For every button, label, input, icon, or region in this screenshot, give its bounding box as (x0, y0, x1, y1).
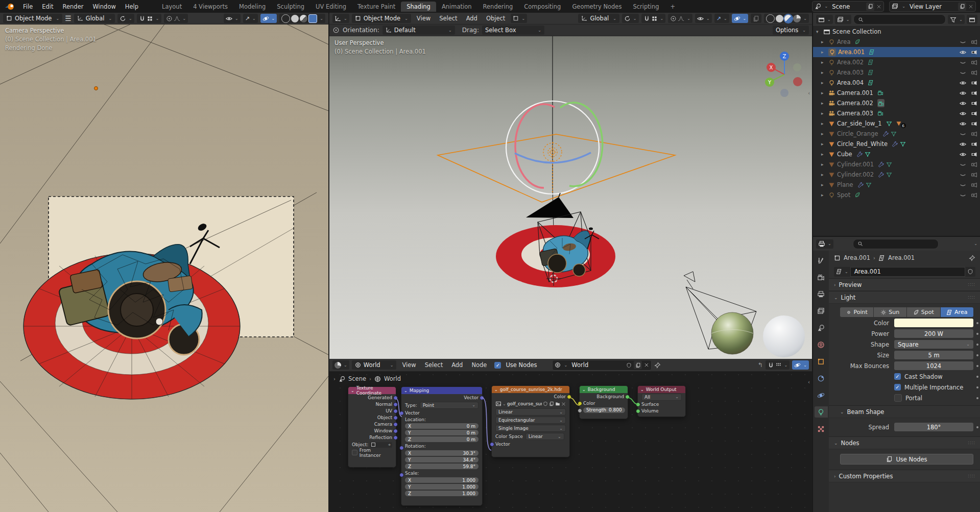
object-picker-field[interactable]: ⌖ (370, 442, 392, 448)
shading-wireframe-icon[interactable] (281, 14, 290, 23)
fake-user-shield-icon[interactable] (626, 362, 632, 368)
socket-strength[interactable] (578, 408, 582, 413)
open-folder-icon[interactable] (555, 401, 560, 406)
view-layer-name[interactable]: View Layer (907, 3, 956, 10)
node-environment-texture[interactable]: ⌄golf_course_sunrise_2k.hdr Color ⌄ golf… (491, 385, 570, 457)
spread-field[interactable]: 180° (894, 423, 973, 431)
drag-action-select[interactable]: Select Box⌄ (482, 26, 544, 35)
render-disable-icon[interactable] (971, 161, 977, 168)
hide-eye-icon[interactable] (960, 151, 966, 158)
outliner[interactable]: ⌄ ⌄ ⌄ ▾ Scene Collection ▸Area ▸Area.001… (812, 13, 980, 236)
tab-rendering[interactable]: Rendering (477, 2, 519, 12)
custom-properties-panel-header[interactable]: ›Custom Properties:::: (829, 470, 980, 482)
new-collection-button[interactable] (967, 15, 977, 24)
tab-tool[interactable] (815, 255, 828, 266)
center-mode-dropdown[interactable]: Object Mode⌄ (352, 14, 411, 23)
datablock-name-field[interactable]: Area.001 (850, 267, 965, 277)
unlink-world-icon[interactable] (644, 362, 649, 368)
center-visibility-dropdown[interactable]: ⌄ (695, 14, 712, 23)
cast-shadow-checkbox[interactable]: ✓Cast Shadow (894, 373, 943, 380)
render-enable-icon[interactable] (971, 80, 977, 86)
image-icon[interactable] (495, 401, 501, 407)
shader-editor[interactable]: ⌄ World⌄ View Select Add Node ✓Use Nodes… (329, 359, 812, 512)
center-overlays-dropdown[interactable]: ⌄ (732, 14, 749, 23)
hide-eye-icon[interactable] (960, 80, 966, 86)
tab-physics[interactable] (815, 389, 828, 401)
menu-window[interactable]: Window (88, 3, 120, 10)
portal-checkbox[interactable]: Portal (894, 394, 922, 402)
rotation-y-field[interactable]: Y34.4° (405, 457, 479, 462)
location-y-field[interactable]: Y0 m (405, 430, 479, 435)
outliner-row[interactable]: ▸Area (813, 37, 980, 47)
left-snap-toggle[interactable]: ⌄ (137, 14, 161, 23)
left-pivot-dropdown[interactable]: ⌄ (117, 14, 134, 23)
render-disable-icon[interactable] (971, 182, 977, 188)
nodes-panel-header[interactable]: ⌄Nodes:::: (829, 436, 980, 449)
node-background[interactable]: ⌄Background Background Color Strength0.8… (579, 385, 628, 419)
menu-edit[interactable]: Edit (37, 3, 58, 10)
editor-type-button[interactable]: ⌄ (332, 14, 349, 23)
shader-type-dropdown[interactable]: World⌄ (352, 360, 397, 370)
center-gizmos-dropdown[interactable]: ↗⌄ (714, 14, 729, 23)
rotation-z-field[interactable]: Z59.8° (405, 464, 479, 469)
render-disable-icon[interactable] (971, 131, 977, 137)
center-3d-viewport[interactable]: ⌄ Object Mode⌄ View Select Add Object ⌄ … (329, 13, 812, 359)
tab-scripting[interactable]: Scripting (627, 2, 664, 12)
outliner-row[interactable]: ▸Circle_Orange (813, 129, 980, 139)
socket-vector-in[interactable] (490, 442, 494, 447)
left-orientation-dropdown[interactable]: Global⌄ (74, 14, 115, 23)
tab-view-layer[interactable] (815, 305, 828, 316)
center-snap-toggle[interactable]: ⌄ (641, 14, 666, 23)
outliner-search-input[interactable] (853, 14, 946, 25)
tab-modeling[interactable]: Modeling (233, 2, 271, 12)
hide-eye-icon[interactable] (960, 182, 966, 188)
socket-reflection[interactable] (393, 435, 398, 440)
region-collapse-chevron[interactable]: ‹ (808, 379, 810, 385)
tab-output[interactable] (815, 288, 828, 300)
properties-editor-type-button[interactable]: ⌄ (816, 239, 833, 249)
outliner-row-scene-collection[interactable]: ▾ Scene Collection (813, 27, 980, 37)
left-proportional-edit[interactable]: ⌄ (164, 14, 188, 23)
hide-eye-icon[interactable] (960, 59, 966, 66)
interpolation-dropdown[interactable]: Linear⌄ (495, 408, 566, 416)
outliner-row[interactable]: ▸Spot (813, 190, 980, 200)
pin-icon[interactable] (654, 362, 661, 369)
preview-panel-header[interactable]: ›Preview:::: (829, 278, 980, 291)
hide-eye-icon[interactable] (960, 192, 966, 199)
display-mode-dropdown[interactable]: ⌄ (816, 15, 833, 24)
tab-layout[interactable]: Layout (156, 2, 187, 12)
new-world-button[interactable] (634, 361, 642, 369)
expand-arrow-icon[interactable]: ▾ (816, 29, 821, 34)
socket-vector-out[interactable] (480, 396, 484, 400)
unlink-scene-icon[interactable] (876, 4, 881, 9)
light-panel-header[interactable]: ⌄Light:::: (829, 291, 980, 304)
center-viewport-scene[interactable]: Z X Y ‹ (329, 36, 812, 359)
output-target-dropdown[interactable]: All⌄ (641, 394, 682, 401)
outliner-row[interactable]: ▸Cylinder.001 (813, 159, 980, 169)
socket-color-in[interactable] (578, 401, 582, 406)
remove-view-layer-icon[interactable] (968, 4, 973, 9)
hide-eye-icon[interactable] (960, 69, 966, 76)
tab-texture[interactable] (815, 423, 828, 434)
filter-dropdown[interactable]: ⌄ (948, 15, 965, 24)
render-enable-icon[interactable] (971, 120, 977, 127)
outliner-row[interactable]: ▸Camera.002 (813, 98, 980, 108)
fake-user-shield-icon[interactable] (543, 401, 548, 406)
world-datablock-selector[interactable]: ⌄ World (552, 360, 652, 371)
properties-options-icon[interactable]: ⌄ (974, 241, 977, 246)
left-viewport-scene[interactable] (0, 24, 328, 512)
scene-name[interactable]: Scene (830, 3, 864, 10)
rotation-x-field[interactable]: X30.3° (405, 450, 479, 456)
tab-object-data[interactable] (815, 406, 828, 418)
outliner-row[interactable]: ▸Area.003 (813, 67, 980, 78)
beam-shape-panel-header[interactable]: ⌄Beam Shape (829, 405, 980, 418)
socket-object[interactable] (393, 416, 398, 420)
tab-uv-editing[interactable]: UV Editing (310, 2, 352, 12)
hdri-preview-sphere[interactable] (711, 312, 753, 354)
outliner-row[interactable]: ▸Circle_Red_White (813, 139, 980, 149)
breadcrumb-object[interactable]: Area.001 (844, 254, 870, 261)
light-type-sun[interactable]: Sun (874, 307, 907, 317)
socket-surface[interactable] (636, 402, 640, 407)
unlink-icon[interactable] (561, 402, 566, 406)
hide-eye-icon[interactable] (960, 39, 966, 45)
